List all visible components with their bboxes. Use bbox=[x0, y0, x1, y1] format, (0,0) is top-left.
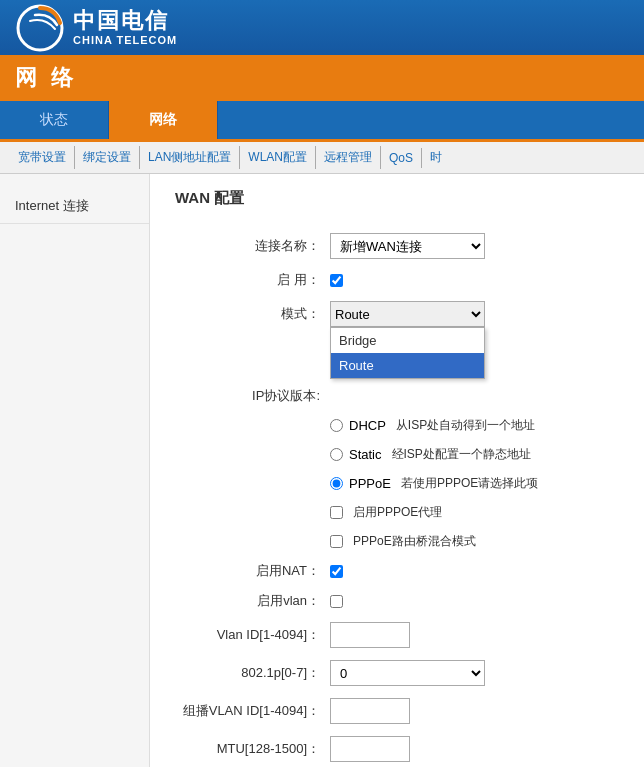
mtu-control: 1492 bbox=[330, 736, 485, 762]
nav-broadband[interactable]: 宽带设置 bbox=[10, 146, 75, 169]
page-section-title: 网 络 bbox=[0, 55, 644, 101]
static-hint: 经ISP处配置一个静态地址 bbox=[392, 446, 531, 463]
dot1p-row: 802.1p[0-7]： 0 bbox=[175, 660, 619, 686]
dot1p-label: 802.1p[0-7]： bbox=[175, 664, 330, 682]
header: 中国电信 CHINA TELECOM bbox=[0, 0, 644, 55]
group-vlan-label: 组播VLAN ID[1-4094]： bbox=[175, 702, 330, 720]
pppoe-row: PPPoE 若使用PPPOE请选择此项 bbox=[175, 475, 619, 492]
static-row: Static 经ISP处配置一个静态地址 bbox=[175, 446, 619, 463]
connection-name-control: 新增WAN连接 bbox=[330, 233, 485, 259]
dot1p-select[interactable]: 0 bbox=[330, 660, 485, 686]
pppoe-proxy-hint: 启用PPPOE代理 bbox=[353, 504, 442, 521]
tab-status[interactable]: 状态 bbox=[0, 101, 109, 139]
pppoe-bridge-hint: PPPoE路由桥混合模式 bbox=[353, 533, 476, 550]
nat-checkbox[interactable] bbox=[330, 565, 343, 578]
pppoe-hint: 若使用PPPOE请选择此项 bbox=[401, 475, 538, 492]
static-radio[interactable] bbox=[330, 448, 343, 461]
pppoe-proxy-checkbox[interactable] bbox=[330, 506, 343, 519]
pppoe-option: PPPoE bbox=[330, 476, 391, 491]
enable-label: 启 用： bbox=[175, 271, 330, 289]
page-title: WAN 配置 bbox=[175, 189, 619, 213]
nav-time[interactable]: 时 bbox=[422, 146, 450, 169]
vlan-id-control: 41 bbox=[330, 622, 485, 648]
connection-name-label: 连接名称： bbox=[175, 237, 330, 255]
connection-name-select[interactable]: 新增WAN连接 bbox=[330, 233, 485, 259]
mode-option-route[interactable]: Route bbox=[331, 353, 484, 378]
vlan-enable-row: 启用vlan： bbox=[175, 592, 619, 610]
ip-version-label: IP协议版本: bbox=[175, 387, 330, 405]
dhcp-option: DHCP bbox=[330, 418, 386, 433]
dot1p-control: 0 bbox=[330, 660, 485, 686]
group-vlan-input[interactable]: 0 bbox=[330, 698, 410, 724]
vlan-id-row: Vlan ID[1-4094]： 41 bbox=[175, 622, 619, 648]
enable-row: 启 用： bbox=[175, 271, 619, 289]
mode-label: 模式： bbox=[175, 305, 330, 323]
group-vlan-row: 组播VLAN ID[1-4094]： 0 bbox=[175, 698, 619, 724]
dhcp-row: DHCP 从ISP处自动得到一个地址 bbox=[175, 417, 619, 434]
mtu-row: MTU[128-1500]： 1492 bbox=[175, 736, 619, 762]
main-layout: Internet 连接 WAN 配置 连接名称： 新增WAN连接 启 用： 模式… bbox=[0, 174, 644, 767]
nav-qos[interactable]: QoS bbox=[381, 148, 422, 168]
mtu-label: MTU[128-1500]： bbox=[175, 740, 330, 758]
dhcp-hint: 从ISP处自动得到一个地址 bbox=[396, 417, 535, 434]
nav-lan-address[interactable]: LAN侧地址配置 bbox=[140, 146, 240, 169]
mode-dropdown-container: Route Bridge Route bbox=[330, 301, 485, 327]
pppoe-bridge-checkbox[interactable] bbox=[330, 535, 343, 548]
logo-chinese: 中国电信 bbox=[73, 8, 177, 34]
dhcp-label: DHCP bbox=[349, 418, 386, 433]
nav-bar: 宽带设置 绑定设置 LAN侧地址配置 WLAN配置 远程管理 QoS 时 bbox=[0, 142, 644, 174]
static-label: Static bbox=[349, 447, 382, 462]
logo-icon bbox=[15, 3, 65, 53]
pppoe-proxy-row: 启用PPPOE代理 bbox=[175, 504, 619, 521]
nav-binding[interactable]: 绑定设置 bbox=[75, 146, 140, 169]
logo-english: CHINA TELECOM bbox=[73, 34, 177, 47]
pppoe-radio[interactable] bbox=[330, 477, 343, 490]
pppoe-bridge-row: PPPoE路由桥混合模式 bbox=[175, 533, 619, 550]
ip-version-row: IP协议版本: bbox=[175, 387, 619, 405]
connection-name-row: 连接名称： 新增WAN连接 bbox=[175, 233, 619, 259]
vlan-enable-label: 启用vlan： bbox=[175, 592, 330, 610]
vlan-enable-checkbox[interactable] bbox=[330, 595, 343, 608]
dhcp-radio[interactable] bbox=[330, 419, 343, 432]
tab-network[interactable]: 网络 bbox=[109, 101, 218, 139]
nav-wlan[interactable]: WLAN配置 bbox=[240, 146, 316, 169]
vlan-id-label: Vlan ID[1-4094]： bbox=[175, 626, 330, 644]
mode-dropdown-menu: Bridge Route bbox=[330, 327, 485, 379]
sidebar: Internet 连接 bbox=[0, 174, 150, 767]
tab-bar: 状态 网络 bbox=[0, 101, 644, 142]
static-option: Static bbox=[330, 447, 382, 462]
enable-checkbox[interactable] bbox=[330, 274, 343, 287]
mode-option-bridge[interactable]: Bridge bbox=[331, 328, 484, 353]
vlan-id-input[interactable]: 41 bbox=[330, 622, 410, 648]
group-vlan-control: 0 bbox=[330, 698, 485, 724]
nav-remote-mgmt[interactable]: 远程管理 bbox=[316, 146, 381, 169]
content-area: WAN 配置 连接名称： 新增WAN连接 启 用： 模式： Route bbox=[150, 174, 644, 767]
mode-row: 模式： Route Bridge Route bbox=[175, 301, 619, 327]
sidebar-item-internet[interactable]: Internet 连接 bbox=[0, 189, 149, 224]
logo: 中国电信 CHINA TELECOM bbox=[15, 3, 177, 53]
nat-row: 启用NAT： bbox=[175, 562, 619, 580]
mtu-input[interactable]: 1492 bbox=[330, 736, 410, 762]
pppoe-label: PPPoE bbox=[349, 476, 391, 491]
nat-label: 启用NAT： bbox=[175, 562, 330, 580]
mode-select[interactable]: Route bbox=[330, 301, 485, 327]
